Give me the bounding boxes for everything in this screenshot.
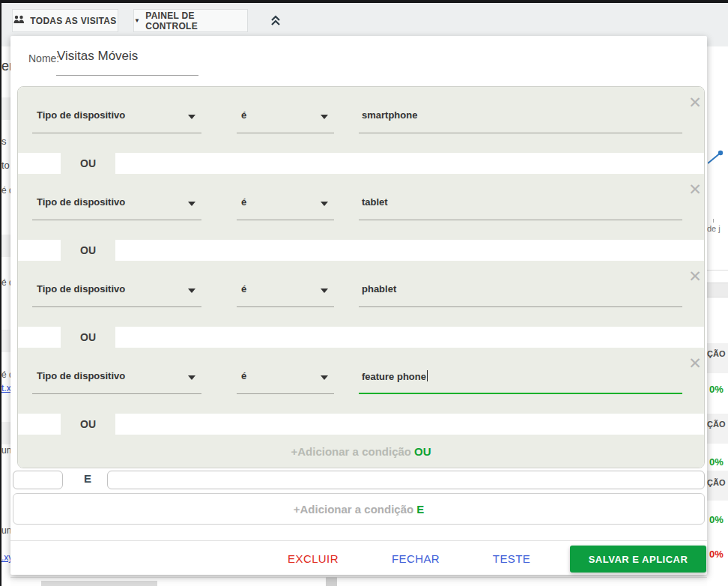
segment-name-input[interactable]: Visitas Móveis bbox=[57, 49, 138, 64]
or-conditions-group: Tipo de dispositivo é smartphone ✕ OU Ti… bbox=[17, 86, 705, 468]
or-separator: OU bbox=[18, 414, 704, 435]
operator-select[interactable]: é bbox=[237, 261, 334, 307]
bg-row-stripe bbox=[707, 343, 728, 373]
bg-text-fragment: ÇÃO bbox=[707, 478, 725, 487]
operator-select[interactable]: é bbox=[237, 174, 334, 220]
background-page-right: de jÇÃO0%ÇÃO0%ÇÃO0%0% bbox=[707, 46, 728, 586]
add-or-keyword: OU bbox=[414, 445, 431, 458]
bg-text-fragment[interactable]: .xy bbox=[1, 552, 10, 563]
value-input-text: feature phone bbox=[362, 371, 426, 382]
add-and-keyword: E bbox=[416, 503, 424, 516]
bg-divider bbox=[707, 270, 728, 271]
or-badge: OU bbox=[61, 327, 115, 348]
and-badge: E bbox=[79, 472, 96, 485]
bg-text-fragment: unl bbox=[1, 445, 10, 456]
and-connector-right bbox=[107, 471, 705, 489]
remove-condition-button[interactable]: ✕ bbox=[685, 354, 705, 373]
bg-text-fragment: 0% bbox=[709, 456, 724, 468]
footer-divider bbox=[10, 540, 707, 541]
bg-scrollbar-thumb[interactable] bbox=[326, 577, 337, 586]
collapse-chevrons-icon[interactable] bbox=[268, 13, 283, 28]
bg-scrollbar[interactable] bbox=[41, 581, 157, 586]
caret-down-icon bbox=[321, 375, 328, 380]
bg-text-fragment: é d bbox=[1, 277, 10, 288]
background-page-bottom bbox=[1, 575, 728, 586]
caret-down-icon bbox=[188, 375, 195, 380]
remove-condition-button[interactable]: ✕ bbox=[685, 180, 705, 199]
bg-table-header bbox=[707, 283, 728, 297]
dimension-select[interactable]: Tipo de dispositivo bbox=[32, 348, 201, 394]
condition-row: Tipo de dispositivo é smartphone ✕ bbox=[18, 87, 704, 153]
value-input-focused[interactable]: feature phone bbox=[359, 348, 682, 394]
bg-text-fragment: é d bbox=[1, 185, 10, 196]
condition-row: Tipo de dispositivo é feature phone ✕ bbox=[18, 348, 704, 414]
add-and-condition-button[interactable]: +Adicionar a condição E bbox=[13, 493, 705, 525]
caret-down-icon: ▼ bbox=[134, 17, 140, 24]
text-cursor bbox=[427, 370, 428, 381]
remove-condition-button[interactable]: ✕ bbox=[685, 93, 705, 112]
dimension-select-value: Tipo de dispositivo bbox=[37, 109, 125, 121]
add-or-condition-button[interactable]: +Adicionar a condição OU bbox=[18, 435, 704, 468]
and-connector-left bbox=[13, 471, 63, 489]
caret-down-icon bbox=[321, 202, 328, 206]
bg-text-fragment: é d bbox=[1, 369, 10, 380]
operator-select-value: é bbox=[241, 283, 246, 294]
dashboard-selector-button[interactable]: ▼ PAINEL DE CONTROLE bbox=[133, 9, 248, 32]
value-input[interactable]: phablet bbox=[359, 261, 682, 307]
or-separator: OU bbox=[18, 153, 704, 174]
caret-down-icon bbox=[188, 202, 195, 206]
or-separator: OU bbox=[18, 240, 704, 261]
users-icon bbox=[13, 15, 25, 26]
value-input-text: tablet bbox=[362, 196, 388, 208]
bg-row-stripe bbox=[1, 235, 10, 257]
dimension-select-value: Tipo de dispositivo bbox=[37, 370, 125, 381]
dimension-select-value: Tipo de dispositivo bbox=[37, 196, 125, 208]
bg-row-stripe bbox=[1, 97, 10, 120]
value-input[interactable]: tablet bbox=[359, 174, 682, 220]
background-page-left: erstoé dé dé dt.xunlunl.xy bbox=[1, 36, 10, 586]
dimension-select[interactable]: Tipo de dispositivo bbox=[32, 174, 201, 220]
segment-editor-dialog: Nome: Visitas Móveis Tipo de dispositivo… bbox=[10, 36, 707, 575]
dimension-select[interactable]: Tipo de dispositivo bbox=[32, 87, 201, 133]
bg-text-fragment: 0% bbox=[709, 384, 724, 395]
bg-text-fragment[interactable]: t.x bbox=[1, 383, 10, 393]
or-separator: OU bbox=[18, 327, 704, 348]
operator-select[interactable]: é bbox=[237, 87, 334, 133]
close-dialog-button[interactable]: FECHAR bbox=[392, 552, 440, 565]
sparkline-chart bbox=[708, 147, 727, 166]
save-and-apply-button[interactable]: SALVAR E APLICAR bbox=[570, 546, 706, 573]
bg-text-fragment: ÇÃO bbox=[707, 420, 725, 429]
bg-divider bbox=[10, 577, 707, 578]
window-edge-top bbox=[0, 0, 728, 3]
caret-down-icon bbox=[321, 289, 328, 293]
bg-text-fragment: ÇÃO bbox=[707, 349, 725, 358]
dashboard-label: PAINEL DE CONTROLE bbox=[145, 10, 247, 31]
caret-down-icon bbox=[188, 115, 195, 119]
operator-select[interactable]: é bbox=[237, 348, 334, 394]
add-or-text: +Adicionar a condição bbox=[291, 445, 411, 458]
window-edge-left bbox=[0, 0, 1, 586]
screen: TODAS AS VISITAS ▼ PAINEL DE CONTROLE er… bbox=[0, 0, 728, 586]
caret-down-icon bbox=[321, 115, 328, 119]
bg-row-stripe bbox=[1, 330, 10, 352]
delete-segment-button[interactable]: EXCLUIR bbox=[288, 552, 339, 565]
all-visits-segment-button[interactable]: TODAS AS VISITAS bbox=[12, 9, 118, 32]
dimension-select-value: Tipo de dispositivo bbox=[37, 283, 125, 294]
remove-condition-button[interactable]: ✕ bbox=[685, 267, 705, 286]
operator-select-value: é bbox=[241, 109, 246, 121]
all-visits-label: TODAS AS VISITAS bbox=[30, 16, 116, 26]
operator-select-value: é bbox=[241, 196, 246, 208]
bg-row-stripe bbox=[1, 422, 10, 444]
bg-text-fragment: 0% bbox=[709, 549, 724, 560]
dimension-select[interactable]: Tipo de dispositivo bbox=[32, 261, 201, 307]
condition-row: Tipo de dispositivo é phablet ✕ bbox=[18, 261, 704, 327]
caret-down-icon bbox=[188, 289, 195, 293]
or-badge: OU bbox=[61, 240, 115, 261]
value-input[interactable]: smartphone bbox=[359, 87, 682, 133]
operator-select-value: é bbox=[241, 370, 246, 381]
bg-text-fragment: to bbox=[1, 160, 10, 171]
bg-text-fragment: unl bbox=[1, 525, 10, 536]
add-and-text: +Adicionar a condição bbox=[294, 503, 413, 516]
bg-text-fragment: 0% bbox=[709, 514, 724, 525]
test-segment-button[interactable]: TESTE bbox=[493, 552, 530, 565]
